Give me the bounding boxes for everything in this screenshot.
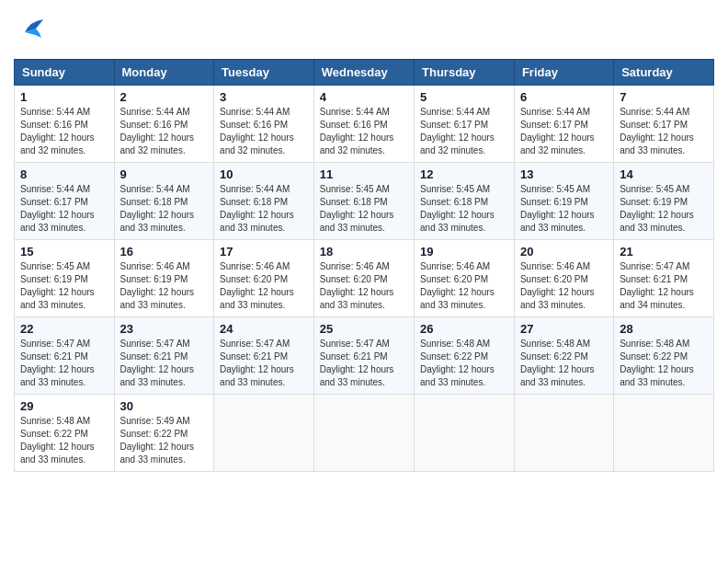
day-info: Sunrise: 5:45 AMSunset: 6:19 PMDaylight:…: [20, 260, 108, 312]
calendar-cell: 16Sunrise: 5:46 AMSunset: 6:19 PMDayligh…: [114, 240, 214, 317]
day-number: 20: [520, 245, 608, 259]
logo: [14, 14, 47, 50]
day-number: 4: [320, 90, 408, 104]
day-number: 8: [20, 167, 108, 181]
day-info: Sunrise: 5:45 AMSunset: 6:18 PMDaylight:…: [420, 183, 508, 235]
calendar-cell: 2Sunrise: 5:44 AMSunset: 6:16 PMDaylight…: [114, 86, 214, 163]
column-header-saturday: Saturday: [614, 60, 714, 86]
calendar-cell: [415, 395, 515, 472]
day-info: Sunrise: 5:49 AMSunset: 6:22 PMDaylight:…: [120, 415, 209, 466]
calendar-cell: 1Sunrise: 5:44 AMSunset: 6:16 PMDaylight…: [15, 86, 115, 163]
day-info: Sunrise: 5:44 AMSunset: 6:17 PMDaylight:…: [20, 183, 108, 235]
day-number: 26: [420, 322, 508, 336]
calendar-cell: 18Sunrise: 5:46 AMSunset: 6:20 PMDayligh…: [313, 240, 414, 317]
day-number: 10: [220, 167, 308, 181]
header: [14, 14, 714, 50]
day-info: Sunrise: 5:45 AMSunset: 6:19 PMDaylight:…: [620, 183, 708, 235]
calendar-header-row: SundayMondayTuesdayWednesdayThursdayFrid…: [15, 60, 714, 86]
day-info: Sunrise: 5:45 AMSunset: 6:18 PMDaylight:…: [320, 183, 408, 235]
calendar-cell: 23Sunrise: 5:47 AMSunset: 6:21 PMDayligh…: [114, 317, 214, 395]
column-header-wednesday: Wednesday: [313, 60, 414, 86]
calendar-cell: 13Sunrise: 5:45 AMSunset: 6:19 PMDayligh…: [514, 163, 613, 240]
calendar-cell: 11Sunrise: 5:45 AMSunset: 6:18 PMDayligh…: [313, 163, 414, 240]
day-number: 23: [120, 322, 209, 336]
calendar-cell: 25Sunrise: 5:47 AMSunset: 6:21 PMDayligh…: [313, 317, 414, 395]
calendar-cell: 29Sunrise: 5:48 AMSunset: 6:22 PMDayligh…: [15, 395, 115, 472]
calendar-table: SundayMondayTuesdayWednesdayThursdayFrid…: [14, 59, 714, 472]
calendar-cell: [514, 395, 613, 472]
day-info: Sunrise: 5:44 AMSunset: 6:17 PMDaylight:…: [420, 106, 508, 157]
day-number: 7: [620, 90, 708, 104]
calendar-cell: 9Sunrise: 5:44 AMSunset: 6:18 PMDaylight…: [114, 163, 214, 240]
calendar-cell: [614, 395, 714, 472]
calendar-cell: 3Sunrise: 5:44 AMSunset: 6:16 PMDaylight…: [214, 86, 314, 163]
column-header-friday: Friday: [514, 60, 613, 86]
day-number: 28: [620, 322, 708, 336]
day-number: 1: [20, 90, 108, 104]
calendar-cell: 4Sunrise: 5:44 AMSunset: 6:16 PMDaylight…: [313, 86, 414, 163]
calendar-cell: 5Sunrise: 5:44 AMSunset: 6:17 PMDaylight…: [415, 86, 515, 163]
day-info: Sunrise: 5:44 AMSunset: 6:16 PMDaylight:…: [20, 106, 108, 157]
day-info: Sunrise: 5:47 AMSunset: 6:21 PMDaylight:…: [20, 338, 108, 389]
day-number: 14: [620, 167, 708, 181]
day-number: 2: [120, 90, 209, 104]
calendar-cell: 28Sunrise: 5:48 AMSunset: 6:22 PMDayligh…: [614, 317, 714, 395]
day-number: 25: [320, 322, 408, 336]
day-number: 18: [320, 245, 408, 259]
calendar-cell: 7Sunrise: 5:44 AMSunset: 6:17 PMDaylight…: [614, 86, 714, 163]
day-number: 5: [420, 90, 508, 104]
day-info: Sunrise: 5:46 AMSunset: 6:20 PMDaylight:…: [420, 260, 508, 312]
calendar-cell: 14Sunrise: 5:45 AMSunset: 6:19 PMDayligh…: [614, 163, 714, 240]
day-number: 27: [520, 322, 608, 336]
day-number: 6: [520, 90, 608, 104]
day-info: Sunrise: 5:46 AMSunset: 6:20 PMDaylight:…: [220, 260, 308, 312]
calendar-cell: 20Sunrise: 5:46 AMSunset: 6:20 PMDayligh…: [514, 240, 613, 317]
calendar-cell: 15Sunrise: 5:45 AMSunset: 6:19 PMDayligh…: [15, 240, 115, 317]
day-info: Sunrise: 5:48 AMSunset: 6:22 PMDaylight:…: [520, 338, 608, 389]
column-header-thursday: Thursday: [415, 60, 515, 86]
day-number: 29: [20, 399, 108, 413]
day-info: Sunrise: 5:45 AMSunset: 6:19 PMDaylight:…: [520, 183, 608, 235]
day-number: 24: [220, 322, 308, 336]
calendar-cell: 21Sunrise: 5:47 AMSunset: 6:21 PMDayligh…: [614, 240, 714, 317]
day-number: 12: [420, 167, 508, 181]
calendar-cell: 30Sunrise: 5:49 AMSunset: 6:22 PMDayligh…: [114, 395, 214, 472]
day-info: Sunrise: 5:48 AMSunset: 6:22 PMDaylight:…: [420, 338, 508, 389]
calendar-cell: 26Sunrise: 5:48 AMSunset: 6:22 PMDayligh…: [415, 317, 515, 395]
day-number: 15: [20, 245, 108, 259]
day-info: Sunrise: 5:46 AMSunset: 6:20 PMDaylight:…: [520, 260, 608, 312]
day-info: Sunrise: 5:44 AMSunset: 6:18 PMDaylight:…: [120, 183, 209, 235]
day-info: Sunrise: 5:44 AMSunset: 6:17 PMDaylight:…: [620, 106, 708, 157]
day-number: 16: [120, 245, 209, 259]
day-number: 17: [220, 245, 308, 259]
day-info: Sunrise: 5:46 AMSunset: 6:19 PMDaylight:…: [120, 260, 209, 312]
day-info: Sunrise: 5:48 AMSunset: 6:22 PMDaylight:…: [620, 338, 708, 389]
day-number: 3: [220, 90, 308, 104]
day-info: Sunrise: 5:44 AMSunset: 6:16 PMDaylight:…: [320, 106, 408, 157]
calendar-cell: 10Sunrise: 5:44 AMSunset: 6:18 PMDayligh…: [214, 163, 314, 240]
calendar-cell: 8Sunrise: 5:44 AMSunset: 6:17 PMDaylight…: [15, 163, 115, 240]
day-info: Sunrise: 5:47 AMSunset: 6:21 PMDaylight:…: [220, 338, 308, 389]
day-info: Sunrise: 5:44 AMSunset: 6:16 PMDaylight:…: [220, 106, 308, 157]
column-header-sunday: Sunday: [15, 60, 115, 86]
day-number: 11: [320, 167, 408, 181]
calendar-week-row: 29Sunrise: 5:48 AMSunset: 6:22 PMDayligh…: [15, 395, 714, 472]
calendar-week-row: 8Sunrise: 5:44 AMSunset: 6:17 PMDaylight…: [15, 163, 714, 240]
calendar-week-row: 1Sunrise: 5:44 AMSunset: 6:16 PMDaylight…: [15, 86, 714, 163]
day-info: Sunrise: 5:44 AMSunset: 6:18 PMDaylight:…: [220, 183, 308, 235]
calendar-cell: 22Sunrise: 5:47 AMSunset: 6:21 PMDayligh…: [15, 317, 115, 395]
logo-bird-icon: [17, 14, 47, 50]
day-info: Sunrise: 5:48 AMSunset: 6:22 PMDaylight:…: [20, 415, 108, 466]
day-number: 22: [20, 322, 108, 336]
calendar-cell: [214, 395, 314, 472]
calendar-cell: [313, 395, 414, 472]
calendar-cell: 12Sunrise: 5:45 AMSunset: 6:18 PMDayligh…: [415, 163, 515, 240]
day-info: Sunrise: 5:46 AMSunset: 6:20 PMDaylight:…: [320, 260, 408, 312]
day-number: 13: [520, 167, 608, 181]
calendar-week-row: 15Sunrise: 5:45 AMSunset: 6:19 PMDayligh…: [15, 240, 714, 317]
day-info: Sunrise: 5:44 AMSunset: 6:16 PMDaylight:…: [120, 106, 209, 157]
day-number: 30: [120, 399, 209, 413]
column-header-monday: Monday: [114, 60, 214, 86]
day-number: 9: [120, 167, 209, 181]
calendar-cell: 19Sunrise: 5:46 AMSunset: 6:20 PMDayligh…: [415, 240, 515, 317]
